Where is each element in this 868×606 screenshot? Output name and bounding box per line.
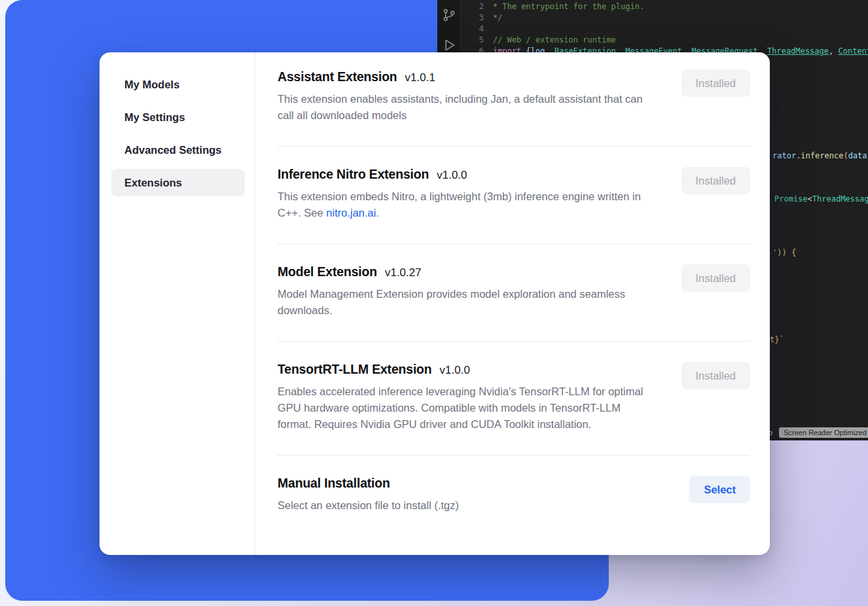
code-fragment: Promise<ThreadMessage>	[774, 194, 868, 204]
manual-installation-title: Manual Installation	[278, 476, 390, 491]
extension-description: This extension embeds Nitro, a lightweig…	[278, 188, 654, 221]
code-line: 4	[461, 24, 868, 35]
line-number: 3	[461, 12, 484, 24]
run-debug-icon[interactable]	[442, 38, 456, 52]
manual-installation-description: Select an extension file to install (.tg…	[278, 497, 459, 514]
sidebar-item-label: My Settings	[124, 111, 185, 124]
screen-reader-badge[interactable]: Screen Reader Optimized	[779, 427, 868, 438]
code-fragment: t}`	[770, 334, 784, 345]
extension-title: TensortRT-LLM Extension	[278, 362, 432, 377]
settings-sidebar: My Models My Settings Advanced Settings …	[99, 52, 255, 555]
installed-button[interactable]: Installed	[681, 69, 750, 97]
sidebar-item-label: Extensions	[124, 177, 182, 189]
extensions-list: Assistant Extension v1.0.1 This extensio…	[255, 52, 770, 555]
sidebar-item-label: My Models	[124, 79, 179, 91]
extension-title: Model Extension	[278, 264, 377, 279]
source-control-icon[interactable]	[442, 8, 456, 22]
code-line: 3 */	[461, 12, 868, 24]
line-number: 5	[461, 35, 484, 46]
code-line: 5 // Web / extension runtime	[461, 35, 868, 46]
sidebar-item-advanced-settings[interactable]: Advanced Settings	[111, 136, 245, 164]
extension-version: v1.0.1	[405, 71, 435, 84]
extension-row-nitro: Inference Nitro Extension v1.0.0 This ex…	[278, 146, 750, 243]
extension-description: Enables accelerated inference leveraging…	[278, 383, 654, 433]
desktop: { "colors": { "brand_blue": "#3e6bf4", "…	[0, 0, 868, 606]
extension-description: This extension enables assistants, inclu…	[278, 91, 654, 124]
code-line: 2 * The entrypoint for the plugin.	[461, 1, 868, 12]
code-text: // Web / extension runtime	[493, 35, 616, 46]
manual-installation-row: Manual Installation Select an extension …	[278, 455, 750, 536]
code-fragment: ')) {	[772, 247, 796, 258]
line-number: 4	[461, 24, 484, 35]
extension-description: Model Management Extension provides mode…	[278, 286, 654, 319]
sidebar-item-extensions[interactable]: Extensions	[111, 169, 245, 196]
sidebar-item-label: Advanced Settings	[124, 144, 222, 156]
code-lines: 2 * The entrypoint for the plugin. 3 */ …	[461, 1, 868, 57]
nitro-link[interactable]: nitro.jan.ai	[326, 207, 376, 219]
extension-version: v1.0.0	[440, 364, 470, 377]
sidebar-item-my-models[interactable]: My Models	[111, 71, 245, 98]
code-fragment: rator.inference(data));	[772, 151, 868, 161]
code-text: */	[493, 12, 502, 24]
extension-row-assistant: Assistant Extension v1.0.1 This extensio…	[278, 52, 750, 146]
extension-version: v1.0.27	[385, 266, 422, 279]
editor-statusbar: go Screen Reader Optimized	[765, 427, 868, 438]
installed-button[interactable]: Installed	[681, 167, 750, 194]
code-text: * The entrypoint for the plugin.	[493, 1, 644, 12]
settings-modal: My Models My Settings Advanced Settings …	[99, 52, 770, 555]
select-file-button[interactable]: Select	[689, 476, 750, 503]
extension-row-model: Model Extension v1.0.27 Model Management…	[278, 243, 750, 341]
extension-version: v1.0.0	[437, 169, 467, 182]
extension-title: Assistant Extension	[278, 69, 397, 84]
installed-button[interactable]: Installed	[681, 362, 750, 389]
installed-button[interactable]: Installed	[681, 264, 750, 292]
sidebar-item-my-settings[interactable]: My Settings	[111, 103, 245, 131]
extension-row-tensorrt: TensortRT-LLM Extension v1.0.0 Enables a…	[278, 341, 750, 455]
line-number: 2	[461, 1, 484, 12]
extension-title: Inference Nitro Extension	[278, 167, 429, 182]
